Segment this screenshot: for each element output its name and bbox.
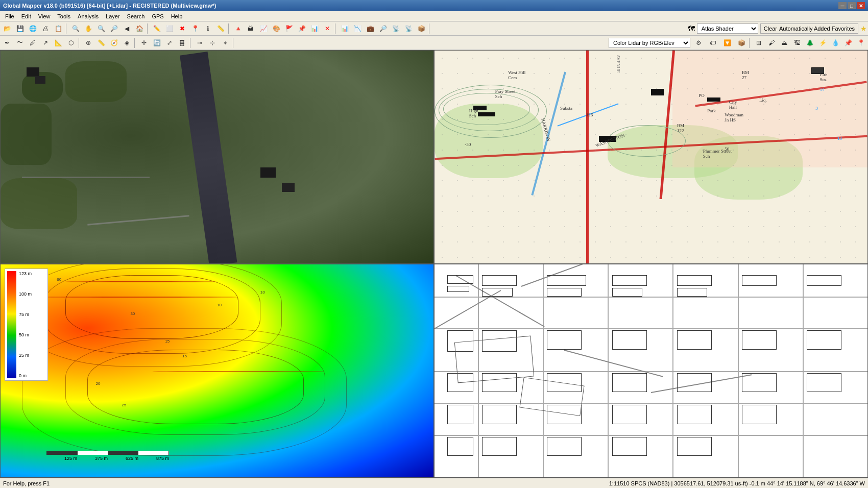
pen-button[interactable]: ✒ (1, 37, 13, 48)
contour-num25: 25 (122, 403, 126, 407)
digitize-button[interactable]: 📍 (189, 23, 201, 34)
table-button[interactable]: 📊 (339, 23, 351, 34)
sym2[interactable]: ⊹ (206, 37, 219, 48)
info-button[interactable]: ℹ (202, 23, 214, 34)
menu-view[interactable]: View (35, 12, 54, 20)
save-button[interactable]: 💾 (14, 23, 26, 34)
vec-bldg1 (447, 275, 473, 284)
terrain-button[interactable]: ⛰ (778, 37, 790, 48)
curve-button[interactable]: 〜 (14, 37, 26, 48)
measure-button[interactable]: 📏 (214, 23, 227, 34)
query-button[interactable]: 🔎 (377, 23, 389, 34)
sym3[interactable]: ⌖ (219, 37, 231, 48)
elevation-button[interactable]: 🏔 (245, 23, 257, 34)
menu-analysis[interactable]: Analysis (75, 12, 102, 20)
move-button[interactable]: ✛ (138, 37, 150, 48)
close-button[interactable]: ✕ (857, 2, 865, 9)
vec-bldg3 (482, 275, 517, 286)
stats-button[interactable]: 📉 (351, 23, 364, 34)
building-icon-button[interactable]: 🏗 (791, 37, 803, 48)
zoom-in-button[interactable]: 🔍 (95, 23, 107, 34)
vec-bldg17 (677, 330, 712, 350)
lidar-3d-button[interactable]: 📦 (735, 37, 748, 48)
water-button[interactable]: 💧 (829, 37, 841, 48)
open-button[interactable]: 📂 (1, 23, 13, 34)
lidar2-btn[interactable]: 📡 (402, 23, 415, 34)
menu-help[interactable]: Help (168, 12, 186, 20)
menu-gps[interactable]: GPS (149, 12, 166, 20)
minimize-button[interactable]: ─ (838, 2, 847, 9)
lidar-pane[interactable]: 60 30 15 15 20 25 10 10 123 m 100 m 75 m… (0, 264, 434, 478)
x-button[interactable]: ✕ (321, 23, 333, 34)
paint-button[interactable]: 🖌 (765, 37, 778, 48)
tree-button[interactable]: 🌲 (804, 37, 816, 48)
color-button[interactable]: 🎨 (270, 23, 282, 34)
edit-vtx-button[interactable]: ◈ (120, 37, 133, 48)
menu-tools[interactable]: Tools (54, 12, 74, 20)
legend-100: 100 m (19, 291, 32, 297)
crosshair-button[interactable]: ⊕ (82, 37, 94, 48)
ruler-button[interactable]: 📏 (95, 37, 107, 48)
menu-search[interactable]: Search (124, 12, 148, 20)
location-button[interactable]: 📍 (855, 37, 867, 48)
lidar-classify-button[interactable]: 🏷 (707, 37, 719, 48)
sep9 (233, 38, 235, 48)
building3 (260, 167, 276, 178)
contour-num15: 15 (165, 339, 170, 344)
lidar-contour6 (22, 328, 347, 456)
gps-track-button[interactable]: 🛤 (176, 37, 188, 48)
lidar-shader-select[interactable]: Color Lidar by RGB/Elev (609, 38, 690, 48)
topo-pane[interactable]: West HillCem Pray StreetSch HighSch Subs… (434, 50, 868, 264)
pan-button[interactable]: ✋ (82, 23, 94, 34)
clear-favorites-button[interactable]: Clear Automatically Added Favorites (760, 23, 858, 34)
volume-btn[interactable]: 📦 (415, 23, 427, 34)
lidar-redcontour3 (152, 371, 325, 372)
home-button[interactable]: 🏠 (133, 23, 146, 34)
polygon-button[interactable]: ⬡ (65, 37, 77, 48)
rotate-button[interactable]: 🔄 (151, 37, 163, 48)
delete-button[interactable]: ✖ (176, 23, 188, 34)
scale-btn2[interactable]: ⤢ (163, 37, 176, 48)
sym1[interactable]: ⊸ (194, 37, 206, 48)
menu-file[interactable]: File (2, 12, 17, 20)
vec-bldg31 (677, 405, 712, 424)
contour-button[interactable]: 🔺 (232, 23, 244, 34)
compass-button[interactable]: 🧭 (108, 37, 120, 48)
vec-road-h5 (435, 435, 867, 436)
filter-button[interactable]: ⊟ (753, 37, 765, 48)
draw-point-button[interactable]: ✏️ (151, 23, 163, 34)
contour-num60: 60 (57, 277, 61, 282)
export-button[interactable]: 💼 (364, 23, 376, 34)
flag-button[interactable]: 🚩 (283, 23, 295, 34)
lidar-btn[interactable]: 📡 (390, 23, 402, 34)
menu-layer[interactable]: Layer (103, 12, 123, 20)
polyline-button[interactable]: 📐 (52, 37, 64, 48)
chart-button[interactable]: 📊 (308, 23, 321, 34)
globe-button[interactable]: 🌐 (27, 23, 39, 34)
aerial-pane[interactable] (0, 50, 434, 264)
legend-50: 50 m (19, 332, 32, 337)
prev-view-button[interactable]: ◀ (120, 23, 133, 34)
sep4 (335, 23, 337, 34)
freehand-button[interactable]: 🖊 (27, 37, 39, 48)
layers-button[interactable]: 📋 (52, 23, 64, 34)
maximize-button[interactable]: □ (848, 2, 856, 9)
draw-rect-button[interactable]: ⬜ (163, 23, 176, 34)
pin-button[interactable]: 📌 (842, 37, 854, 48)
vec-bldg37 (677, 437, 712, 456)
scale-bar: 125 m 375 m 625 m 875 m (46, 451, 169, 461)
arrow-button[interactable]: ↗ (39, 37, 52, 48)
zoom-out-button[interactable]: 🔎 (108, 23, 120, 34)
vector-pane[interactable] (434, 264, 868, 478)
power-button[interactable]: ⚡ (816, 37, 829, 48)
sep6 (79, 38, 81, 48)
menu-edit[interactable]: Edit (18, 12, 34, 20)
lidar-filter-button[interactable]: 🔽 (721, 37, 733, 48)
print-button[interactable]: 🖨 (39, 23, 52, 34)
profile-button[interactable]: 📈 (257, 23, 270, 34)
shader-select[interactable]: Atlas Shader (697, 23, 758, 34)
lidar-settings-button[interactable]: ⚙ (692, 37, 705, 48)
scale-125: 125 m (64, 456, 77, 461)
flag2-button[interactable]: 📌 (296, 23, 308, 34)
zoom-rect-button[interactable]: 🔍 (69, 23, 82, 34)
